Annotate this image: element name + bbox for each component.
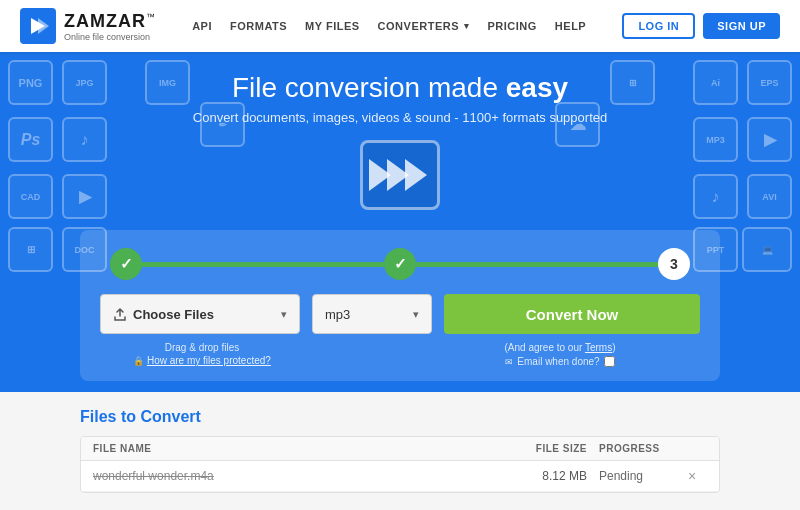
terms-email-info: (And agree to our Terms) ✉ Email when do… <box>422 342 698 367</box>
svg-marker-1 <box>38 18 49 34</box>
play-icon-area <box>0 140 800 210</box>
controls-row: Choose Files ▾ mp3 ▾ Convert Now <box>100 294 700 334</box>
nav-formats[interactable]: FORMATS <box>230 20 287 32</box>
terms-link[interactable]: Terms <box>585 342 612 353</box>
format-arrow-icon: ▾ <box>413 308 419 321</box>
choose-files-button[interactable]: Choose Files ▾ <box>100 294 300 334</box>
logo: ZAMZAR™ Online file conversion <box>20 8 156 44</box>
file-name: wonderful wonder.m4a <box>93 469 507 483</box>
choose-btn-label: Choose Files <box>113 307 214 322</box>
hero-section: PNG JPG Ps ♪ CAD ▶ ⊞ DOC EPS Ai ▶ MP3 AV… <box>0 52 800 392</box>
auth-buttons: LOG IN SIGN UP <box>622 13 780 39</box>
upload-icon <box>113 307 127 321</box>
steps-bar: ✓ ✓ 3 <box>100 248 700 280</box>
nav-my-files[interactable]: MY FILES <box>305 20 360 32</box>
conversion-panel: ✓ ✓ 3 C <box>80 230 720 381</box>
arrow-3 <box>405 159 427 191</box>
remove-file-button[interactable]: × <box>677 468 707 484</box>
step-line-1 <box>142 262 384 267</box>
step-1: ✓ <box>110 248 142 280</box>
files-section: Files to Convert FILE NAME FILE SIZE PRO… <box>0 392 800 510</box>
step-3: 3 <box>658 248 690 280</box>
protection-link[interactable]: How are my files protected? <box>147 355 271 366</box>
col-filesize: FILE SIZE <box>507 443 587 454</box>
login-button[interactable]: LOG IN <box>622 13 695 39</box>
col-progress: PROGRESS <box>587 443 677 454</box>
play-arrows <box>373 159 427 191</box>
header: ZAMZAR™ Online file conversion API FORMA… <box>0 0 800 52</box>
logo-name: ZAMZAR™ <box>64 11 156 32</box>
files-title: Files to Convert <box>80 408 720 426</box>
convert-button[interactable]: Convert Now <box>444 294 700 334</box>
file-size: 8.12 MB <box>507 469 587 483</box>
col-filename: FILE NAME <box>93 443 507 454</box>
choose-arrow-icon: ▾ <box>281 308 287 321</box>
file-progress: Pending <box>587 469 677 483</box>
nav-converters[interactable]: CONVERTERS ▾ <box>378 20 470 32</box>
files-table: FILE NAME FILE SIZE PROGRESS wonderful w… <box>80 436 720 493</box>
format-value: mp3 <box>325 307 350 322</box>
main-nav: API FORMATS MY FILES CONVERTERS ▾ PRICIN… <box>192 20 586 32</box>
logo-text: ZAMZAR™ Online file conversion <box>64 11 156 42</box>
email-checkbox-row: ✉ Email when done? <box>422 356 698 367</box>
drag-drop-info: Drag & drop files 🔒 How are my files pro… <box>102 342 302 367</box>
email-checkbox[interactable] <box>604 356 615 367</box>
nav-api[interactable]: API <box>192 20 212 32</box>
play-box <box>360 140 440 210</box>
nav-help[interactable]: HELP <box>555 20 586 32</box>
signup-button[interactable]: SIGN UP <box>703 13 780 39</box>
nav-pricing[interactable]: PRICING <box>488 20 537 32</box>
table-row: wonderful wonder.m4a 8.12 MB Pending × <box>81 461 719 492</box>
step-line-2 <box>416 262 658 267</box>
hero-subtitle: Convert documents, images, videos & soun… <box>0 110 800 125</box>
hero-content: File conversion made easy Convert docume… <box>0 72 800 381</box>
step-2: ✓ <box>384 248 416 280</box>
hero-title: File conversion made easy <box>0 72 800 104</box>
col-action <box>677 443 707 454</box>
table-header: FILE NAME FILE SIZE PROGRESS <box>81 437 719 461</box>
logo-tagline: Online file conversion <box>64 32 156 42</box>
below-controls: Drag & drop files 🔒 How are my files pro… <box>100 342 700 367</box>
logo-icon <box>20 8 56 44</box>
format-select[interactable]: mp3 ▾ <box>312 294 432 334</box>
